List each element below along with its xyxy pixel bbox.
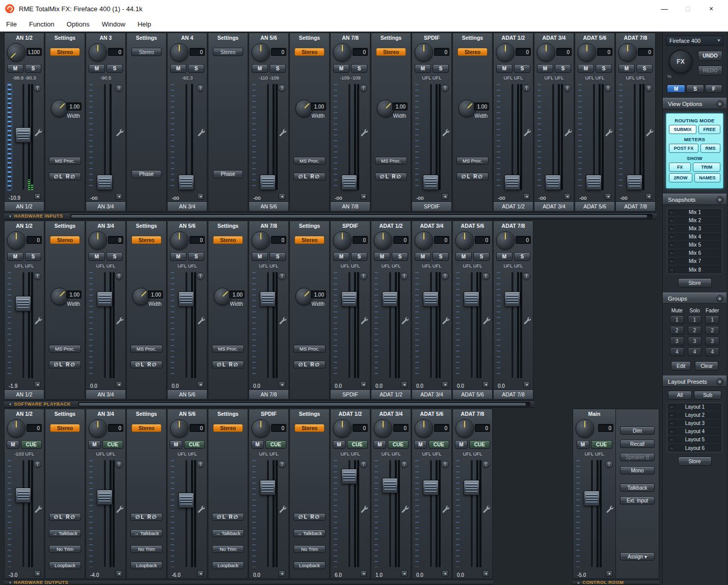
playback-horizontal-scrollbar[interactable] — [78, 402, 530, 407]
stereo-button[interactable]: Stereo — [213, 424, 243, 432]
ms-proc-button[interactable]: MS Proc. — [49, 157, 81, 165]
fader-track[interactable] — [389, 460, 391, 567]
solo-button[interactable]: S — [269, 252, 286, 261]
fader-track[interactable] — [104, 460, 106, 567]
channel-tools-wrench-icon[interactable] — [482, 505, 491, 513]
solo-button[interactable]: S — [188, 252, 204, 261]
layout-item[interactable]: Layout 2 — [667, 411, 722, 419]
fader-handle[interactable] — [382, 291, 398, 307]
pan-knob[interactable] — [89, 419, 107, 438]
mute-button[interactable]: M — [455, 440, 468, 449]
fader-handle[interactable] — [423, 175, 439, 190]
stereo-button[interactable]: Stereo — [213, 48, 243, 56]
menu-help[interactable]: Help — [138, 20, 151, 28]
mute-button[interactable]: M — [455, 252, 472, 261]
trim-gain-button[interactable]: T — [605, 461, 613, 468]
groups-clear-button[interactable]: Clear — [695, 361, 718, 370]
groups-edit-button[interactable]: Edit — [671, 361, 691, 370]
fader-handle[interactable] — [15, 488, 31, 503]
no-trim-button[interactable]: No Trim — [212, 545, 244, 553]
mute-button[interactable]: M — [415, 64, 431, 73]
channel-tools-wrench-icon[interactable] — [523, 128, 531, 137]
talkback-button[interactable]: → Talkback — [49, 529, 81, 537]
collapse-chevron-icon[interactable]: ▼ — [716, 100, 723, 108]
solo-button[interactable]: S — [25, 64, 41, 73]
mute-button[interactable]: M — [333, 252, 349, 261]
pan-knob[interactable] — [537, 43, 555, 62]
stereo-button[interactable]: Stereo — [376, 48, 406, 56]
solo-button[interactable]: S — [25, 252, 41, 261]
scrollbar-thumb[interactable] — [78, 403, 526, 406]
pan-knob[interactable] — [415, 231, 433, 250]
no-trim-button[interactable]: No Trim — [49, 545, 81, 553]
layout-item[interactable]: Layout 3 — [667, 419, 722, 428]
stereo-button[interactable]: Stereo — [457, 48, 488, 56]
channel-tools-wrench-icon[interactable] — [34, 128, 42, 137]
solo-button[interactable]: S — [596, 64, 612, 73]
maximize-button[interactable]: □ — [676, 5, 699, 13]
channel-tools-wrench-icon[interactable] — [401, 505, 409, 513]
section-toggle-hardware-inputs[interactable]: ▾HARDWARE INPUTS — [4, 214, 63, 219]
trim-gain-button[interactable]: T — [34, 85, 41, 92]
group-cell-button[interactable]: 1 — [670, 315, 684, 324]
solo-button[interactable]: S — [106, 252, 123, 261]
stereo-button[interactable]: Stereo — [131, 424, 161, 432]
fader-handle[interactable] — [504, 175, 520, 190]
phase-lr-button[interactable]: ∅L R∅ — [212, 361, 244, 368]
trim-gain-button[interactable]: T — [197, 461, 204, 468]
no-trim-button[interactable]: No Trim — [130, 545, 163, 553]
fader-handle[interactable] — [178, 493, 194, 508]
layout-item[interactable]: Layout 4 — [667, 428, 722, 436]
channel-tools-wrench-icon[interactable] — [116, 505, 124, 513]
channel-link-arrow-icon[interactable]: ◄ — [482, 381, 489, 388]
cr-assign-button[interactable]: Assign ▾ — [620, 552, 655, 561]
fader-track[interactable] — [104, 84, 106, 190]
trim-gain-button[interactable]: T — [400, 273, 408, 280]
fader-handle[interactable] — [584, 491, 600, 506]
stereo-button[interactable]: Stereo — [50, 236, 80, 244]
group-cell-button[interactable]: 3 — [688, 337, 702, 345]
fader-track[interactable] — [267, 84, 269, 190]
snapshots-store-button[interactable]: Store — [678, 278, 712, 287]
fader-handle[interactable] — [423, 291, 439, 307]
mute-button[interactable]: M — [7, 252, 23, 261]
width-knob[interactable] — [132, 288, 150, 305]
trim-gain-button[interactable]: T — [441, 85, 449, 92]
layouts-all-button[interactable]: All — [668, 391, 692, 400]
mute-button[interactable]: M — [170, 64, 186, 73]
mute-button[interactable]: M — [414, 440, 427, 449]
trim-gain-button[interactable]: T — [360, 461, 367, 468]
width-knob[interactable] — [214, 288, 231, 305]
cue-button[interactable]: CUE — [388, 440, 409, 449]
fader-track[interactable] — [430, 460, 432, 567]
cr-ext-input-button[interactable]: Ext. Input — [620, 496, 655, 504]
snapshots-header[interactable]: Snapshots ▼ — [663, 194, 726, 205]
view-options-header[interactable]: View Options ▼ — [663, 98, 726, 109]
mute-button[interactable]: M — [373, 440, 386, 449]
channel-link-arrow-icon[interactable]: ◄ — [360, 193, 367, 200]
menu-file[interactable]: File — [6, 20, 17, 28]
fader-track[interactable] — [593, 84, 595, 190]
width-knob[interactable] — [377, 100, 394, 117]
channel-link-arrow-icon[interactable]: ◄ — [482, 570, 489, 577]
solo-button[interactable]: S — [106, 64, 123, 73]
fader-handle[interactable] — [178, 175, 194, 190]
channel-tools-wrench-icon[interactable] — [197, 128, 205, 137]
collapse-chevron-icon[interactable]: ▼ — [716, 378, 723, 385]
trim-gain-button[interactable]: T — [441, 273, 449, 280]
group-cell-button[interactable]: 4 — [705, 348, 719, 356]
channel-tools-wrench-icon[interactable] — [606, 505, 614, 513]
layout-item[interactable]: Layout 5 — [667, 436, 722, 444]
fader-handle[interactable] — [341, 469, 357, 484]
pan-knob[interactable] — [415, 43, 433, 62]
mute-button[interactable]: M — [251, 440, 264, 449]
phase-button[interactable]: Phase — [131, 170, 161, 178]
pan-knob[interactable] — [374, 419, 392, 438]
fader-track[interactable] — [430, 84, 432, 190]
channel-tools-wrench-icon[interactable] — [442, 316, 450, 325]
fader-track[interactable] — [185, 272, 187, 378]
fader-handle[interactable] — [341, 291, 357, 307]
pan-knob[interactable] — [333, 43, 352, 62]
no-trim-button[interactable]: No Trim — [293, 545, 326, 553]
solo-button[interactable]: S — [269, 64, 286, 73]
